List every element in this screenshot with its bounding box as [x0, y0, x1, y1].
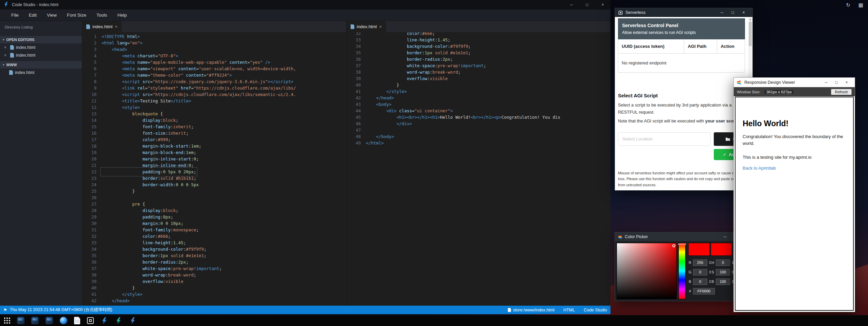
code-line-30[interactable]: 30 margin:0 0 10px; — [82, 220, 346, 227]
code-line-38[interactable]: 38 word-wrap:break-word; — [347, 69, 610, 75]
code-line-38[interactable]: 38 word-wrap:break-word; — [82, 272, 346, 278]
menu-view[interactable]: View — [42, 9, 62, 21]
code-line-15[interactable]: 15 font-family:inherit; — [82, 123, 346, 130]
code-line-47[interactable]: 47 — [347, 127, 610, 133]
code-line-22[interactable]: 22 padding:0 5px 0 20px; — [82, 169, 346, 175]
close-icon[interactable]: × — [115, 24, 118, 29]
minimap[interactable] — [315, 34, 325, 111]
code-line-49[interactable]: 49</html> — [347, 140, 610, 146]
code-line-34[interactable]: 34 background-color:#f9f9f9; — [82, 246, 346, 252]
code-line-2[interactable]: 2<html lang="en"> — [82, 40, 346, 46]
code-line-21[interactable]: 21 margin-inline-end:0; — [82, 162, 346, 169]
menu-font-size[interactable]: Font Size — [62, 9, 91, 21]
code-line-25[interactable]: 25 } — [82, 188, 346, 194]
code-line-40[interactable]: 40 } — [347, 82, 610, 88]
code-line-34[interactable]: 34 background-color:#f9f9f9; — [347, 43, 610, 50]
maximize-button[interactable]: □ — [831, 78, 842, 87]
status-file-path[interactable]: store:/www/index.html — [508, 308, 554, 312]
code-line-33[interactable]: 33 line-height:1.45; — [347, 37, 610, 43]
color-picker-titlebar[interactable]: Color Picker ─ — [615, 232, 733, 241]
code-line-17[interactable]: 17 color:#999; — [82, 136, 346, 143]
code-line-24[interactable]: 24 border-width:0 0 0 5px — [82, 181, 346, 188]
minimap[interactable] — [578, 32, 588, 65]
code-studio-instance-3[interactable] — [129, 317, 137, 324]
code-line-32[interactable]: 32 color:#666; — [82, 233, 346, 239]
code-line-19[interactable]: 19 margin-block-end:1em; — [82, 149, 346, 156]
code-line-5[interactable]: 5 <meta name="apple-mobile-web-app-capab… — [82, 59, 346, 65]
script-location-input[interactable] — [618, 132, 711, 146]
code-line-33[interactable]: 33 line-height:1.45; — [82, 239, 346, 246]
serverless-titlebar[interactable]: Serverless ─ □ × — [615, 8, 752, 17]
code-line-36[interactable]: 36 border-radius:2px; — [82, 259, 346, 265]
section-open-editors[interactable]: ▾OPEN EDITORS — [0, 36, 82, 43]
code-line-41[interactable]: 41 </style> — [347, 88, 610, 95]
code-line-31[interactable]: 31 font-family:monospace; — [82, 227, 346, 233]
menu-edit[interactable]: Edit — [24, 9, 42, 21]
minimize-button[interactable]: ─ — [720, 232, 730, 241]
section-www[interactable]: ▾WWW — [0, 61, 82, 69]
hue-cursor[interactable] — [678, 244, 686, 245]
close-icon[interactable]: × — [4, 53, 8, 58]
cp-s-input[interactable]: 100 — [716, 269, 730, 275]
close-icon[interactable]: × — [379, 24, 382, 29]
code-line-39[interactable]: 39 overflow:visible — [347, 75, 610, 82]
files-app[interactable] — [74, 317, 80, 324]
start-button[interactable] — [4, 318, 10, 324]
main-titlebar[interactable]: Code Studio - index.html ─ □ × — [0, 0, 610, 9]
code-line-46[interactable]: 46 </div> — [347, 120, 610, 127]
code-editor-2[interactable]: 32 color:#666;33 line-height:1.45;34 bac… — [347, 30, 610, 306]
menu-help[interactable]: Help — [112, 9, 132, 21]
serverless-app[interactable] — [87, 317, 94, 324]
close-button[interactable]: × — [842, 78, 852, 87]
code-line-36[interactable]: 36 border-radius:2px; — [347, 56, 610, 62]
code-line-29[interactable]: 29 padding:8px; — [82, 214, 346, 220]
code-line-6[interactable]: 6 <meta name="viewport" content="user-sc… — [82, 65, 346, 72]
app-window-3[interactable] — [46, 317, 53, 324]
sv-cursor[interactable] — [672, 244, 675, 247]
tab-index-html[interactable]: index.html × — [347, 21, 386, 32]
code-line-41[interactable]: 41 </style> — [82, 291, 346, 298]
code-line-28[interactable]: 28 display:block; — [82, 207, 346, 214]
code-line-14[interactable]: 14 display:block; — [82, 117, 346, 123]
file-item-index.html[interactable]: ×index.html — [0, 43, 82, 51]
code-line-8[interactable]: 8 <script src="https://code.jquery.com/j… — [82, 78, 346, 85]
cp-b-input[interactable]: 0 — [693, 279, 707, 285]
scroll-up-icon[interactable]: ▲ — [748, 18, 752, 20]
saturation-value-area[interactable] — [617, 243, 677, 299]
minimize-button[interactable]: ─ — [564, 0, 579, 9]
code-line-40[interactable]: 40 } — [82, 285, 346, 291]
cp-v-input[interactable]: 100 — [716, 279, 730, 285]
cp-g-input[interactable]: 0 — [693, 269, 707, 275]
refresh-button[interactable]: Refresh — [831, 89, 852, 95]
status-app-name[interactable]: Code Studio — [584, 308, 607, 312]
minimize-button[interactable]: ─ — [821, 78, 831, 87]
code-editor-1[interactable]: 1<!DOCTYPE html>2<html lang="en">3 <head… — [82, 32, 346, 306]
status-language[interactable]: HTML — [563, 308, 575, 312]
code-line-35[interactable]: 35 border:1px solid #e1e1e1; — [82, 252, 346, 259]
code-line-37[interactable]: 37 white-space:pre-wrap!important; — [347, 62, 610, 69]
menu-tools[interactable]: Tools — [91, 9, 112, 21]
code-line-45[interactable]: 45 <h1><br></h1><h1>Hello World!<br></h1… — [347, 114, 610, 120]
menu-file[interactable]: File — [6, 9, 24, 21]
cp-hex-input[interactable]: FF0000 — [693, 288, 715, 294]
code-line-42[interactable]: 42 </head> — [347, 95, 610, 101]
viewer-titlebar[interactable]: Responsive Design Viewer ─ □ × — [734, 78, 855, 87]
code-line-43[interactable]: 43 <body> — [347, 101, 610, 108]
code-line-26[interactable]: 26 — [82, 194, 346, 201]
maximize-button[interactable]: □ — [579, 0, 595, 9]
scrollbar-thumb[interactable] — [749, 22, 752, 46]
hue-slider[interactable] — [678, 243, 686, 299]
code-line-20[interactable]: 20 margin-inline-start:0; — [82, 156, 346, 162]
close-button[interactable]: × — [595, 0, 610, 9]
code-line-11[interactable]: 11 <title>Testing Site</title> — [82, 98, 346, 104]
code-line-10[interactable]: 10 <script src="https://cdnjs.cloudflare… — [82, 91, 346, 98]
code-line-16[interactable]: 16 font-size:inherit; — [82, 130, 346, 136]
minimize-button[interactable]: ─ — [716, 8, 727, 17]
status-datetime[interactable]: Thu May 11 2023 21:54:48 GMT+0800 (台北標準時… — [10, 307, 112, 313]
close-icon[interactable]: × — [4, 45, 8, 50]
app-window-2[interactable] — [31, 317, 39, 324]
code-line-18[interactable]: 18 margin-block-start:1em; — [82, 143, 346, 149]
code-line-4[interactable]: 4 <meta charset="UTF-8"> — [82, 53, 346, 59]
code-line-27[interactable]: 27 pre { — [82, 201, 346, 207]
maximize-button[interactable]: □ — [727, 8, 738, 17]
